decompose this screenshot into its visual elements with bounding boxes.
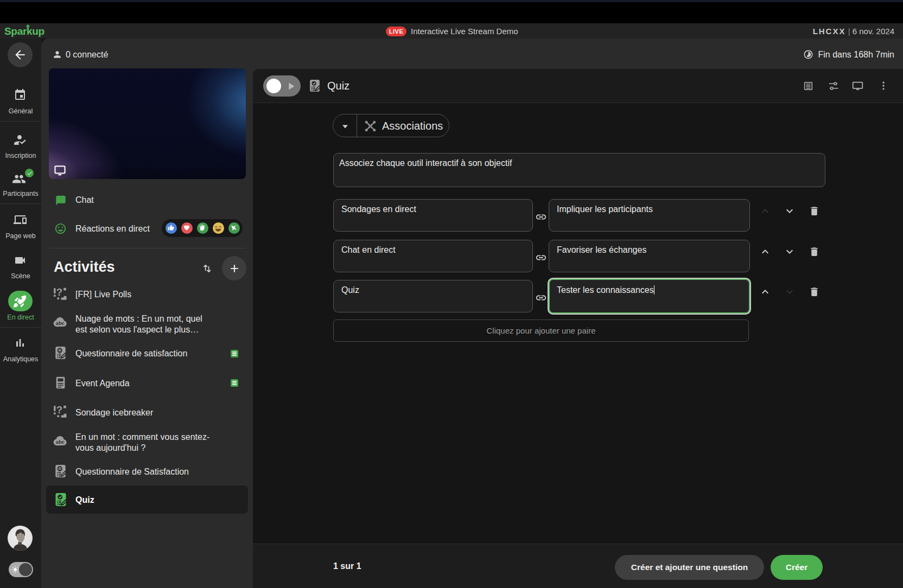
svg-text:?: ? xyxy=(56,287,62,298)
svg-text:?: ? xyxy=(56,405,62,416)
svg-text:abc: abc xyxy=(56,439,65,445)
svg-text:abc: abc xyxy=(56,321,65,326)
